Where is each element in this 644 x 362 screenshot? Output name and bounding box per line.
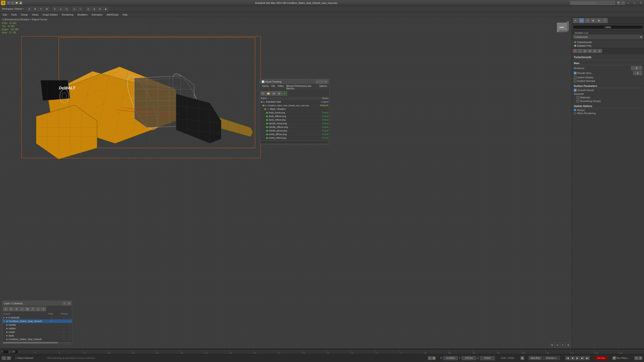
- asset-btn5[interactable]: ✓: [282, 91, 287, 96]
- maximize-button[interactable]: □: [631, 0, 638, 6]
- workspace-dropdown[interactable]: Workspace: Default ▼: [1, 6, 25, 11]
- key-filters-label[interactable]: Key Filters...: [616, 357, 629, 359]
- goto-end-btn[interactable]: ▶|: [585, 356, 590, 360]
- layer-manager-icon[interactable]: ⊟: [86, 6, 91, 11]
- asset-row-body-bump[interactable]: body_bump.png Found: [260, 111, 329, 115]
- y-coord-input[interactable]: [462, 356, 476, 360]
- modifier-editablepoly[interactable]: Editable Poly: [573, 44, 643, 47]
- modifier-btn6[interactable]: ▼: [598, 49, 602, 53]
- viewport[interactable]: +[ [Perspective] [Shaded + Edged Faces] …: [0, 17, 572, 349]
- layer-row-body[interactable]: ◈ body -- --: [2, 334, 72, 338]
- render-icon[interactable]: ▶: [104, 6, 108, 11]
- key-filter-icon[interactable]: 🔑: [612, 356, 616, 360]
- next-frame-btn[interactable]: ▶|: [580, 356, 585, 360]
- smoothing-groups-checkbox[interactable]: [576, 100, 579, 102]
- menu-tools[interactable]: Tools: [9, 12, 19, 17]
- menu-edit[interactable]: Edit: [1, 12, 9, 17]
- time-icon[interactable]: ⏱: [7, 356, 11, 360]
- search-icon[interactable]: 🔍: [617, 1, 620, 5]
- layer-row-cordless[interactable]: ▼ ◈ Cordless_Sabre_Saw_Dewolt □ -- --: [2, 319, 72, 323]
- menu-rendering[interactable]: Rendering: [60, 12, 75, 17]
- prev-frame-btn[interactable]: ◀: [570, 356, 575, 360]
- menu-views[interactable]: Views: [30, 12, 40, 17]
- hierarchy-icon[interactable]: ⎇: [585, 18, 590, 23]
- layers-delete-btn[interactable]: ✕: [8, 307, 14, 311]
- motion-icon[interactable]: ▶: [590, 18, 596, 23]
- asset-menu-bitmap[interactable]: Bitmap Performance and Memory: [285, 84, 318, 90]
- asset-row-handle-diffuse[interactable]: handle_diffuse.png Found: [260, 125, 329, 129]
- asset-row-handle-glossi[interactable]: handle_glossi.png Found: [260, 129, 329, 133]
- layer-row-cordless2[interactable]: ◈ Cordless_Sabre_Saw_Dewolt -- --: [2, 338, 72, 341]
- x-coord-input[interactable]: [443, 356, 458, 360]
- modifier-search-input[interactable]: [573, 25, 643, 29]
- orbit-icon[interactable]: ↻: [560, 343, 566, 348]
- lock-icon[interactable]: 🔒: [432, 356, 436, 360]
- modifier-btn5[interactable]: ▲: [592, 49, 597, 53]
- explicit-normals-checkbox[interactable]: [574, 80, 576, 82]
- layer-row-handle[interactable]: ◈ handle -- --: [2, 323, 72, 327]
- timeline-ruler[interactable]: 0 5 10 15 20 25 30 35 40 45 50 55 60 65 …: [21, 350, 643, 354]
- modifier-btn2[interactable]: |: [578, 49, 582, 53]
- angle-snap[interactable]: ∠: [58, 6, 63, 11]
- pin-stack-icon[interactable]: 📌: [573, 49, 577, 53]
- asset-btn4[interactable]: ⊕: [277, 91, 282, 96]
- asset-row-body-reflect[interactable]: body_reflect.png Found: [260, 118, 329, 122]
- menu-graph-editors[interactable]: Graph Editors: [41, 12, 60, 17]
- pan-icon[interactable]: ✥: [550, 343, 554, 348]
- modifier-btn3[interactable]: ⊟: [582, 49, 587, 53]
- asset-row-handle-bump[interactable]: handle_bump.png Found: [260, 122, 329, 125]
- layers-add-btn[interactable]: ✦: [3, 307, 8, 311]
- z-coord-input[interactable]: [480, 356, 495, 360]
- asset-row-body-diffuse[interactable]: body_diffuse.png Found: [260, 115, 329, 118]
- close-button[interactable]: ✕: [638, 0, 644, 6]
- minimize-button[interactable]: —: [625, 0, 631, 6]
- layers-scroll-track[interactable]: [3, 342, 72, 344]
- menu-maxscript[interactable]: MAXScript: [105, 12, 120, 17]
- autokey-button[interactable]: Auto Key: [529, 356, 542, 360]
- rotate-tool[interactable]: ↻: [38, 6, 44, 11]
- help-icon[interactable]: ?: [622, 1, 625, 5]
- layers-help-btn[interactable]: ?: [62, 302, 66, 305]
- render-iters-input[interactable]: [633, 71, 642, 75]
- layer-row-metal[interactable]: ◈ metal -- --: [2, 330, 72, 334]
- asset-btn2[interactable]: 📁: [266, 91, 271, 96]
- layers-scroll-thumb[interactable]: [3, 342, 58, 344]
- play-btn[interactable]: ▶: [575, 356, 580, 360]
- asset-close-btn[interactable]: ✕: [324, 80, 328, 83]
- menu-modifiers[interactable]: Modifiers: [76, 12, 90, 17]
- frame-current-input[interactable]: [1, 350, 9, 354]
- layers-new-btn[interactable]: +: [20, 307, 24, 311]
- maximize-viewport-icon[interactable]: ⊞: [566, 343, 571, 348]
- toolbar-redo[interactable]: ↪: [11, 1, 14, 5]
- modify-icon active[interactable]: 🔧: [579, 18, 584, 23]
- render-setup-icon[interactable]: ⊕: [98, 6, 102, 11]
- asset-row-metal-reflect[interactable]: metal_reflect.png Found: [260, 136, 329, 140]
- asset-row-maxfile[interactable]: ▶ Cordless_Sabre_Saw_Dewolt_max_vray.max…: [260, 104, 329, 107]
- percent-snap[interactable]: %: [64, 6, 69, 11]
- utilities-icon[interactable]: 🔨: [602, 18, 608, 23]
- menu-group[interactable]: Group: [19, 12, 30, 17]
- select-tool[interactable]: ✦: [27, 6, 32, 11]
- display-icon[interactable]: ◐: [596, 18, 602, 23]
- zoom-icon[interactable]: ⊕: [555, 343, 560, 348]
- isoline-checkbox[interactable]: [574, 76, 576, 79]
- create-icon[interactable]: ✦: [573, 18, 578, 23]
- toolbar-undo[interactable]: ↩: [7, 1, 10, 5]
- iterations-input[interactable]: [631, 66, 642, 70]
- render-iters-checkbox[interactable]: ✓: [574, 72, 576, 74]
- asset-row-metal-diffuse[interactable]: metal_diffuse.png Found: [260, 133, 329, 136]
- add-time-tag-btn[interactable]: +: [2, 356, 6, 360]
- asset-menu-file[interactable]: File: [270, 84, 276, 90]
- material-editor-icon[interactable]: ◈: [92, 6, 96, 11]
- layer-row-rubber[interactable]: ◈ rubber -- --: [2, 327, 72, 330]
- when-rendering-radio[interactable]: [574, 112, 576, 114]
- asset-menu-options[interactable]: Options: [318, 84, 328, 90]
- move-tool[interactable]: ✥: [33, 6, 38, 11]
- asset-btn1[interactable]: ↻: [260, 91, 266, 96]
- title-search-input[interactable]: [570, 1, 615, 5]
- select-filter-icon[interactable]: ⊙: [428, 356, 432, 360]
- layers-down-btn[interactable]: ⤓: [36, 307, 41, 311]
- materials-checkbox[interactable]: [576, 96, 579, 99]
- setkey-button[interactable]: Set Key: [595, 356, 607, 360]
- align-tool[interactable]: ≡: [78, 6, 83, 11]
